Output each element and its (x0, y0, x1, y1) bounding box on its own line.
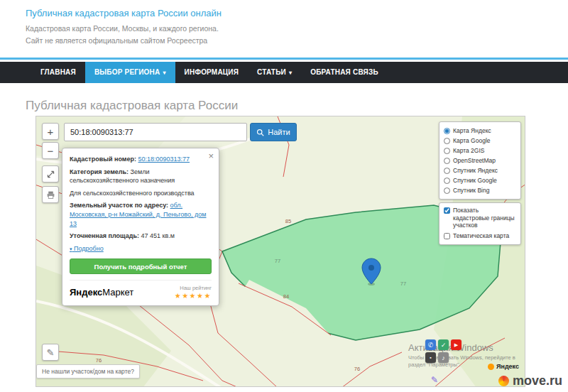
nav-item-articles[interactable]: СТАТЬИ▾ (248, 62, 301, 83)
layer-option-2gis-map[interactable]: Карта 2GIS (444, 146, 516, 156)
rating-block: Наш рейтинг ★★★★★ (175, 285, 212, 300)
parcel-number: 77 (400, 281, 406, 287)
nav-item-feedback[interactable]: ОБРАТНАЯ СВЯЗЬ (301, 62, 388, 83)
land-category-label: Категория земель: (70, 168, 129, 175)
youtube-icon[interactable]: ▶ (451, 339, 462, 350)
chevron-down-icon: ▾ (163, 70, 165, 76)
nav-item-label: СТАТЬИ (257, 68, 286, 76)
address-label: Земельный участок по адресу: (70, 202, 168, 209)
parcel-number: 85 (285, 218, 291, 224)
parcel-number: 76 (96, 357, 102, 364)
site-subtitle-1: Кадастровая карта России, Москвы, и кажд… (26, 23, 568, 35)
cadastral-number-label: Кадастровый номер: (70, 156, 136, 163)
layer-radio[interactable] (444, 178, 450, 184)
layer-radio[interactable] (444, 158, 450, 164)
main-nav: ГЛАВНАЯ ВЫБОР РЕГИОНА▾ ИНФОРМАЦИЯ СТАТЬИ… (0, 62, 568, 83)
layer-label: Спутник Bing (453, 187, 489, 194)
caret-down-icon: ▾ (70, 246, 72, 251)
layer-option-google-satellite[interactable]: Спутник Google (444, 175, 516, 185)
thematic-checkbox-row[interactable]: Тематическая карта (444, 232, 516, 240)
nav-item-home[interactable]: ГЛАВНАЯ (31, 62, 85, 83)
layer-label: Карта Google (453, 137, 491, 144)
chevron-down-icon: ▾ (289, 70, 292, 76)
phone-icon[interactable]: ✆ (425, 339, 436, 350)
close-icon[interactable]: × (208, 151, 214, 161)
zoom-out-button[interactable]: − (42, 142, 59, 159)
print-icon[interactable] (42, 186, 59, 203)
layer-radio[interactable] (444, 128, 450, 134)
area-label: Уточненная площадь: (70, 232, 139, 239)
details-link[interactable]: ▾ Подробно (70, 245, 104, 252)
site-title-link[interactable]: Публичная кадастровая карта России онлай… (26, 8, 568, 18)
layer-label: Спутник Яндекс (453, 167, 498, 174)
layer-option-bing-satellite[interactable]: Спутник Bing (444, 185, 516, 195)
search-button-label: Найти (268, 128, 290, 136)
map-container: 85 77 84 77 76 76 + − Найти × Кадастровы… (36, 116, 525, 387)
layer-radio[interactable] (444, 148, 450, 154)
speaker-icon[interactable]: ♪ (438, 352, 449, 363)
attribution-label: Яндекс (496, 363, 519, 370)
window-icon[interactable]: ▪ (425, 352, 436, 363)
area-value: 47 451 кв.м (141, 232, 174, 239)
layer-radio[interactable] (444, 138, 450, 144)
layer-label: Карта 2GIS (453, 147, 484, 154)
move-ru-logo: move.ru (498, 374, 562, 388)
move-ru-logo-icon (498, 376, 509, 386)
rating-stars: ★★★★★ (175, 292, 212, 300)
rating-label: Наш рейтинг (175, 285, 212, 291)
base-layer-panel: Карта Яндекс Карта Google Карта 2GIS Ope… (439, 121, 521, 200)
overlay-panel: Показать кадастровые границы участков Те… (439, 202, 521, 245)
get-report-button[interactable]: Получить подробный отчет (70, 258, 212, 274)
search-input[interactable] (64, 123, 247, 141)
draw-pencil-button[interactable]: ✎ (42, 344, 59, 361)
layer-option-osm[interactable]: OpenStreetMap (444, 156, 516, 165)
map-layers-panel: Карта Яндекс Карта Google Карта 2GIS Ope… (439, 121, 521, 248)
show-borders-label: Показать кадастровые границы участков (453, 207, 516, 229)
pen-icon[interactable]: ✎ (431, 375, 438, 385)
parcel-number: 77 (275, 258, 280, 264)
yandex-market-logo-bold: Яндекс (70, 287, 102, 298)
nav-item-label: ВЫБОР РЕГИОНА (94, 68, 160, 76)
not-found-hint[interactable]: Не нашли участок/дом на карте? (36, 364, 140, 379)
nav-item-information[interactable]: ИНФОРМАЦИЯ (175, 62, 248, 83)
parcel-info-popup: × Кадастровый номер: 50:18:0090313:77 Ка… (62, 148, 219, 306)
show-borders-checkbox[interactable] (444, 207, 450, 214)
shield-icon[interactable]: ✓ (438, 339, 449, 350)
yandex-dot-icon (488, 364, 494, 370)
cadastral-number-link[interactable]: 50:18:0090313:77 (138, 156, 190, 163)
layer-radio[interactable] (444, 187, 450, 194)
thematic-label: Тематическая карта (453, 232, 509, 240)
measure-icon[interactable] (42, 165, 59, 183)
parcel-number: 84 (283, 293, 289, 300)
layer-option-google-map[interactable]: Карта Google (444, 136, 516, 146)
layer-label: Карта Яндекс (453, 127, 491, 134)
site-subtitle-2: Сайт не является официальным сайтом Роср… (26, 35, 568, 47)
move-ru-logo-text: move.ru (513, 374, 562, 388)
map-attribution[interactable]: Яндекс (488, 363, 519, 370)
search-icon (256, 129, 264, 136)
yandex-market-logo-light: Маркет (102, 287, 133, 298)
layer-radio[interactable] (444, 168, 450, 174)
nav-item-region-select[interactable]: ВЫБОР РЕГИОНА▾ (85, 62, 175, 83)
page-title: Публичная кадастровая карта России (26, 99, 238, 113)
layer-label: OpenStreetMap (453, 157, 496, 164)
zoom-in-button[interactable]: + (42, 123, 59, 140)
permitted-use-value: Для сельскохозяйственного производства (70, 189, 212, 198)
layer-option-yandex-satellite[interactable]: Спутник Яндекс (444, 165, 516, 175)
layer-option-yandex-map[interactable]: Карта Яндекс (444, 126, 516, 136)
overlay-app-icons: ✆ ✓ ▶ ▪ ♪ (425, 339, 468, 363)
thematic-checkbox[interactable] (444, 233, 450, 239)
parcel-number: 76 (354, 366, 360, 372)
yandex-market-logo[interactable]: ЯндексМаркет (70, 287, 133, 298)
site-header: Публичная кадастровая карта России онлай… (0, 0, 568, 60)
layer-label: Спутник Google (453, 177, 497, 184)
details-link-label: Подробно (74, 245, 104, 252)
show-borders-checkbox-row[interactable]: Показать кадастровые границы участков (444, 207, 516, 229)
search-button[interactable]: Найти (250, 123, 297, 141)
